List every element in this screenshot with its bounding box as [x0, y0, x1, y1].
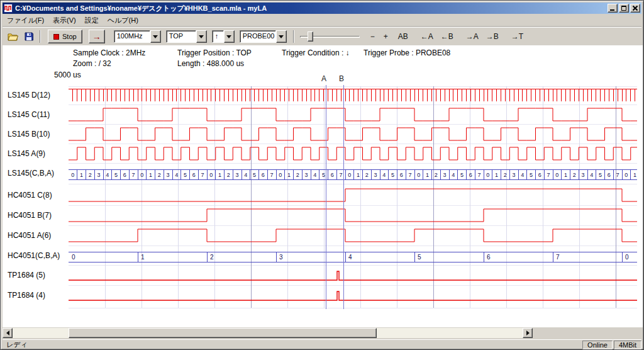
info-sample-clock: Sample Clock : 2MHz: [73, 48, 145, 57]
trigger-edge-combo[interactable]: ↑: [212, 30, 235, 43]
svg-text:3: 3: [305, 172, 308, 178]
open-button[interactable]: [5, 29, 20, 44]
wave-tp1684-4: [69, 291, 637, 300]
svg-text:4: 4: [313, 172, 316, 178]
zoom-slider[interactable]: [300, 30, 360, 43]
slider-thumb[interactable]: [308, 31, 313, 42]
run-arrow-icon: →: [92, 32, 101, 41]
svg-text:1: 1: [80, 172, 83, 178]
svg-text:0: 0: [348, 172, 351, 178]
status-online-text: Online: [587, 341, 608, 349]
stop-button[interactable]: Stop: [48, 30, 82, 43]
svg-text:1: 1: [495, 172, 498, 178]
goto-trigger-button[interactable]: →T: [508, 30, 526, 43]
svg-text:0: 0: [279, 172, 282, 178]
scroll-left-button[interactable]: [3, 328, 13, 338]
waveform-plot[interactable]: 0123456701234567012345670123456701234567…: [69, 74, 638, 313]
triangle-right-icon: [526, 330, 530, 336]
svg-text:4: 4: [590, 172, 593, 178]
app-window: C:¥Documents and Settings¥noname¥デスクトップ¥…: [0, 0, 644, 350]
channel-label-tp1684-4: TP1684 (4): [8, 291, 68, 300]
run-button[interactable]: →: [89, 30, 105, 43]
zoom-in-button[interactable]: +: [380, 30, 391, 43]
sample-clock-value: 100MHz: [114, 30, 150, 43]
svg-text:2: 2: [573, 172, 576, 178]
svg-text:4: 4: [175, 172, 178, 178]
svg-text:7: 7: [556, 254, 560, 261]
app-icon[interactable]: [4, 4, 13, 13]
svg-text:0: 0: [209, 172, 213, 178]
floppy-save-icon: [25, 32, 33, 41]
svg-text:0: 0: [140, 172, 143, 178]
horizontal-scrollbar[interactable]: [3, 328, 533, 338]
svg-text:5: 5: [184, 172, 187, 178]
channel-label-hc4051-c: HC4051 C(8): [8, 191, 68, 200]
status-bar: レディ Online 4MBit: [3, 339, 641, 349]
wave-ls145-c-11: [69, 108, 637, 121]
maximize-button[interactable]: [619, 4, 629, 13]
window-title: C:¥Documents and Settings¥noname¥デスクトップ¥…: [15, 4, 606, 13]
svg-text:1: 1: [218, 172, 221, 178]
svg-text:4: 4: [382, 172, 386, 178]
svg-text:7: 7: [547, 172, 550, 178]
menu-help[interactable]: ヘルプ(H): [103, 14, 143, 26]
goto-cursor-a-button[interactable]: ←A: [418, 30, 436, 43]
menu-view[interactable]: 表示(V): [48, 14, 80, 26]
channel-label-hc4051-bus: HC4051(C,B,A): [8, 251, 68, 260]
svg-text:5: 5: [460, 172, 464, 178]
svg-text:1: 1: [426, 172, 429, 178]
goto-cursor-b-button[interactable]: ←B: [438, 30, 457, 43]
chevron-down-icon[interactable]: [196, 30, 207, 43]
channel-label-ls145-bus: LS145(C,B,A): [8, 169, 68, 178]
stop-label: Stop: [62, 33, 77, 40]
svg-text:0: 0: [555, 172, 558, 178]
status-memory-text: 4MBit: [619, 341, 636, 349]
svg-text:1: 1: [564, 172, 567, 178]
scrollbar-thumb[interactable]: [69, 328, 377, 338]
svg-text:2: 2: [365, 172, 369, 178]
svg-text:3: 3: [443, 172, 447, 178]
svg-text:1: 1: [287, 172, 291, 178]
minimize-button[interactable]: [608, 4, 618, 13]
svg-text:0: 0: [72, 254, 75, 261]
close-button[interactable]: [630, 4, 640, 13]
triangle-down: [153, 35, 158, 38]
save-button[interactable]: [21, 29, 36, 44]
info-zoom: Zoom : / 32: [73, 59, 111, 68]
chevron-down-icon[interactable]: [150, 30, 161, 43]
sample-clock-combo[interactable]: 100MHz: [114, 30, 161, 43]
toolbar-separator: [293, 30, 294, 43]
svg-text:2: 2: [296, 172, 299, 178]
menu-bar: ファイル(F) 表示(V) 設定 ヘルプ(H): [3, 14, 641, 26]
chevron-down-icon[interactable]: [276, 30, 287, 43]
scrollbar-track[interactable]: [13, 328, 523, 338]
svg-text:3: 3: [167, 172, 170, 178]
status-memory-badge: 4MBit: [614, 341, 641, 349]
svg-text:5: 5: [253, 172, 256, 178]
probe-value: PROBE00: [240, 30, 276, 43]
scroll-right-button[interactable]: [523, 328, 533, 338]
svg-text:6: 6: [192, 172, 196, 178]
svg-text:7: 7: [340, 172, 343, 178]
svg-text:7: 7: [478, 172, 481, 178]
info-trigger-position: Trigger Position : TOP: [177, 48, 252, 57]
menu-file[interactable]: ファイル(F): [3, 14, 48, 26]
status-ready-text: レディ: [3, 340, 28, 349]
ab-button[interactable]: AB: [395, 30, 411, 43]
svg-text:3: 3: [374, 172, 377, 178]
svg-text:6: 6: [400, 172, 403, 178]
svg-text:3: 3: [279, 254, 283, 261]
triangle-down: [279, 35, 284, 38]
menu-settings[interactable]: 設定: [80, 14, 103, 26]
cursor-label-a: A: [321, 74, 326, 83]
chevron-down-icon[interactable]: [224, 30, 235, 43]
triangle-left-icon: [6, 330, 9, 336]
zoom-out-button[interactable]: −: [367, 30, 378, 43]
move-cursor-b-button[interactable]: →B: [483, 30, 502, 43]
svg-text:6: 6: [262, 172, 265, 178]
move-cursor-a-button[interactable]: →A: [463, 30, 482, 43]
trigger-position-combo[interactable]: TOP: [166, 30, 207, 43]
svg-text:6: 6: [331, 172, 334, 178]
channel-label-tp1684-5: TP1684 (5): [8, 271, 68, 279]
probe-combo[interactable]: PROBE00: [240, 30, 287, 43]
